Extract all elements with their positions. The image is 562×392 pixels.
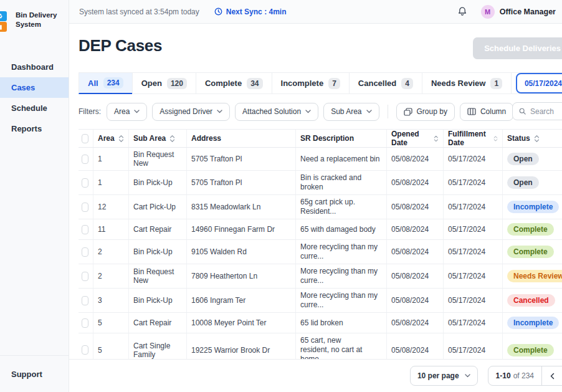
status-badge: Incomplete [507,201,559,213]
column-header-sub-area[interactable]: Sub Area [129,130,187,147]
cell-fulfillment-date: 05/17/2024 [444,313,503,333]
filter-dropdown-label: Assigned Driver [160,107,212,116]
cell-area: 12 [93,195,129,219]
cell-sr-description: More recycling than my curre... [296,240,387,264]
app-logo: ♻ Bin DeliverySystem [0,0,69,29]
column-header-fulfillment-date[interactable]: Fulfillment Date [444,130,503,147]
row-checkbox[interactable] [82,272,88,281]
cell-area: 1 [93,171,129,194]
status-badge: Needs Review [507,270,562,282]
filter-dropdown-attached-solution[interactable]: Attached Solution [235,103,318,121]
cell-area: 5 [93,313,129,333]
cell-area: 3 [93,289,129,312]
row-checkbox-cell [79,219,93,239]
row-checkbox-cell [79,289,93,312]
page-navigation: 1-10of 234 [488,366,562,386]
column-header-opened-date[interactable]: Opened Date [387,130,444,147]
column-button[interactable]: Column [460,103,513,121]
cell-sr-description: 65 with damaged body [296,219,387,239]
group-by-button[interactable]: Group by [396,103,455,121]
select-all-checkbox[interactable] [82,134,88,143]
row-checkbox[interactable] [82,345,88,355]
search-input[interactable] [530,107,562,116]
per-page-dropdown[interactable]: 10 per page [410,366,478,386]
cell-fulfillment-date: 05/17/2024 [444,195,503,219]
cell-sr-description: Bin is cracked and broken [296,171,387,194]
sort-icon [493,135,498,143]
tab-cancelled[interactable]: Cancelled 4 [349,72,422,94]
bell-icon[interactable] [457,6,467,17]
column-header-address: Address [187,130,296,147]
cell-sub-area: Bin Request New [129,264,187,288]
sidebar-item-cases[interactable]: Cases [0,77,69,98]
row-checkbox[interactable] [82,155,88,164]
sidebar-item-support[interactable]: Support [0,355,69,392]
table-row: 1 Bin Request New 5705 Trafton Pl Need a… [79,148,562,171]
tab-needs-review[interactable]: Needs Review 1 [422,72,512,94]
column-header-status[interactable]: Status [503,130,562,147]
filter-dropdown-assigned-driver[interactable]: Assigned Driver [152,103,230,121]
tab-count-badge: 1 [490,78,502,89]
divider [388,105,388,118]
sidebar-item-schedule[interactable]: Schedule [0,98,69,118]
row-checkbox[interactable] [82,178,88,188]
chevron-down-icon [217,110,222,113]
chevron-down-icon [305,110,311,113]
row-checkbox[interactable] [82,203,88,212]
row-checkbox[interactable] [82,296,88,305]
status-badge: Open [507,153,539,165]
cell-fulfillment-date: 05/17/2024 [444,289,503,312]
row-checkbox[interactable] [82,318,88,328]
cell-opened-date: 05/08/2024 [387,195,444,219]
sidebar: ♻ Bin DeliverySystem DashboardCasesSched… [0,0,69,392]
cell-opened-date: 05/08/2024 [387,313,444,333]
cell-sub-area: Cart Pick-Up [129,195,187,219]
tab-label: Needs Review [431,79,485,88]
cell-address: 1606 Ingram Ter [187,289,296,312]
tab-open[interactable]: Open 120 [132,72,196,94]
cell-fulfillment-date: 05/17/2024 [444,240,503,264]
column-header-area[interactable]: Area [93,130,129,147]
row-checkbox[interactable] [82,247,88,257]
table-row: 2 Bin Request New 7809 Heatherton Ln Mor… [79,264,562,289]
chevron-down-icon [465,374,470,378]
tab-all[interactable]: All 234 [79,72,133,94]
sync-status-text: System last synced at 3:54pm today [79,7,199,16]
search-box[interactable] [512,102,562,120]
filter-dropdown-area[interactable]: Area [107,103,147,121]
sidebar-nav: DashboardCasesScheduleReports [0,57,69,139]
status-badge: Complete [507,223,554,236]
schedule-deliveries-button[interactable]: Schedule Deliveries [473,37,562,59]
user-name[interactable]: Office Manager [500,7,556,16]
row-checkbox-cell [79,264,93,288]
cell-opened-date: 05/08/2024 [387,240,444,264]
next-sync-button[interactable]: Next Sync : 4min [214,7,287,16]
filter-dropdown-sub-area[interactable]: Sub Area [323,103,379,121]
row-checkbox[interactable] [82,225,88,234]
tab-count-badge: 34 [247,78,262,89]
cell-status: Incomplete [503,195,562,219]
recycle-icon: ♻ [0,11,7,21]
group-by-icon [404,108,412,116]
pagination-bar: 10 per page 1-10of 234 [69,359,562,392]
cell-sr-description: Need a replacement bin [296,148,387,170]
cell-address: 5705 Trafton Pl [187,148,296,170]
tab-count-badge: 4 [401,78,413,89]
date-filter-input[interactable]: 05/17/2024 [516,73,562,93]
cell-sub-area: Bin Pick-Up [129,289,187,312]
prev-page-button[interactable] [541,366,562,385]
status-badge: Open [507,176,539,189]
tab-complete[interactable]: Complete 34 [196,72,272,94]
cell-sub-area: Bin Request New [129,148,187,170]
cell-fulfillment-date: 05/17/2024 [444,264,503,288]
cell-status: Needs Review [503,264,562,288]
avatar[interactable]: M [481,5,495,19]
tab-incomplete[interactable]: Incomplete 7 [272,72,350,94]
page-content: DEP Cases Schedule Deliveries All 234 Op… [69,24,562,392]
cell-fulfillment-date: 05/17/2024 [444,219,503,239]
sidebar-item-dashboard[interactable]: Dashboard [0,57,69,77]
cell-address: 14960 Finnegan Farm Dr [187,219,296,239]
sidebar-item-reports[interactable]: Reports [0,118,69,139]
tabs-row: All 234 Open 120 Complete 34 Incomplete … [79,72,562,94]
page-range: 1-10of 234 [488,366,541,385]
